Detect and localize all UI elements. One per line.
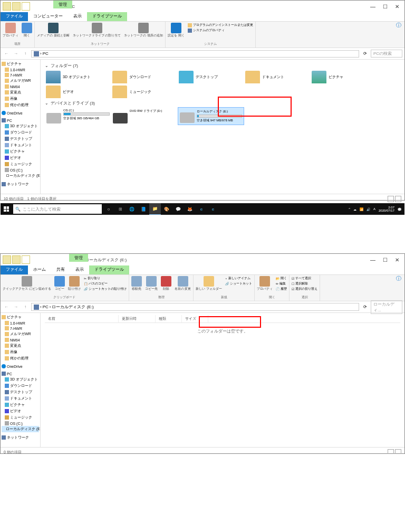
sysprops-link[interactable]: システムのプロパティ	[188, 28, 253, 33]
newitem-button[interactable]: ⋆ 新しいアイテム	[225, 276, 252, 281]
moveto-button[interactable]: 移動先	[131, 276, 142, 290]
edge-icon[interactable]: e	[207, 203, 219, 215]
nav-videos[interactable]: ビデオ	[2, 155, 39, 161]
nav-music[interactable]: ミュージック	[2, 161, 39, 167]
folder-documents[interactable]: ドキュメント	[244, 70, 311, 84]
group-header-folders[interactable]: フォルダー (7)	[45, 63, 400, 69]
maximize-button[interactable]: ☐	[383, 4, 388, 10]
tab-view[interactable]: 表示	[68, 12, 87, 21]
help-icon[interactable]: ⓘ	[396, 22, 401, 29]
nav-item[interactable]: 1.0-HWR	[2, 67, 39, 72]
uninstall-link[interactable]: プログラムのアンインストールまたは変更	[188, 23, 253, 27]
app-icon[interactable]: 📘	[138, 203, 149, 215]
drive-c[interactable]: OS (C:)空き領域 395 GB/464 GB	[45, 107, 111, 125]
cortana-icon[interactable]: ○	[103, 203, 114, 215]
taskbar-search-input[interactable]: 🔍 ここに入力して検索	[13, 204, 102, 214]
ime-icon[interactable]: A	[373, 207, 375, 211]
selectall-button[interactable]: すべて選択	[292, 276, 317, 281]
qat-overflow-icon[interactable]	[22, 2, 30, 11]
tab-home[interactable]: ホーム	[28, 265, 51, 274]
group-header-drives[interactable]: デバイスとドライブ (3)	[45, 100, 400, 106]
address-bar[interactable]: › PC	[31, 50, 359, 58]
close-button[interactable]: ✕	[395, 257, 399, 263]
copypath-button[interactable]: 📋 パスのコピー	[84, 281, 127, 286]
qat-icon[interactable]	[3, 255, 11, 264]
cut-button[interactable]: ✂ 切り取り	[84, 276, 127, 281]
maximize-button[interactable]: ☐	[383, 257, 388, 263]
address-bar[interactable]: › PC › ローカルディスク (E:)	[31, 303, 359, 311]
breadcrumb[interactable]: PC	[43, 51, 49, 56]
open-settings-button[interactable]: 設定を 開く	[168, 23, 185, 37]
breadcrumb[interactable]: PC	[43, 305, 49, 309]
nav-quickaccess[interactable]: ピクチャ	[2, 61, 39, 67]
view-details-icon[interactable]	[388, 196, 394, 202]
view-details-icon[interactable]	[388, 449, 394, 454]
tab-drive-tools[interactable]: ドライブツール	[87, 12, 127, 21]
nav-documents[interactable]: ドキュメント	[2, 395, 39, 402]
refresh-button[interactable]: ⟳	[361, 51, 369, 56]
add-netloc-button[interactable]: ネットワークの 場所の追加	[124, 23, 163, 37]
network-tray-icon[interactable]: 📶	[360, 207, 363, 211]
properties-button[interactable]: プロパティ	[257, 276, 273, 290]
close-button[interactable]: ✕	[395, 4, 399, 10]
minimize-button[interactable]: —	[370, 257, 375, 263]
nav-item[interactable]: 何かの処理	[2, 355, 39, 362]
tab-file[interactable]: ファイル	[1, 265, 28, 274]
search-input[interactable]: PCの検索	[371, 50, 402, 58]
edit-button[interactable]: ✏ 編集	[276, 281, 287, 286]
clock[interactable]: 2:072020/07/17	[379, 206, 394, 212]
folder-desktop[interactable]: デスクトップ	[178, 70, 244, 84]
view-large-icon[interactable]	[395, 449, 401, 454]
media-button[interactable]: メディアの 接続と切断	[37, 23, 70, 37]
open-button[interactable]: 📂 開く	[276, 276, 287, 281]
tab-computer[interactable]: コンピューター	[28, 12, 68, 21]
open-button[interactable]: 開く	[22, 23, 32, 37]
nav-drive-c[interactable]: OS (C:)	[2, 421, 39, 426]
nav-quickaccess[interactable]: ピクチャ	[2, 314, 39, 320]
nav-pc[interactable]: PC	[2, 118, 39, 123]
nav-pc[interactable]: PC	[2, 371, 39, 376]
nav-network[interactable]: ネットワーク	[2, 181, 39, 187]
nav-music[interactable]: ミュージック	[2, 414, 39, 421]
tab-share[interactable]: 共有	[51, 265, 70, 274]
nav-pictures[interactable]: ピクチャ	[2, 148, 39, 155]
firefox-icon[interactable]: 🦊	[184, 203, 196, 215]
notification-icon[interactable]: 💬	[398, 207, 401, 211]
breadcrumb[interactable]: ローカルディスク (E:)	[52, 304, 93, 310]
nav-downloads[interactable]: ダウンロード	[2, 383, 39, 389]
invertselect-button[interactable]: 選択の切り替え	[292, 287, 317, 291]
copy-button[interactable]: コピー	[54, 276, 65, 290]
app-icon[interactable]: 🎨	[161, 203, 172, 215]
system-tray[interactable]: ^ ☁ 📶 🔊 A 2:072020/07/17 💬	[345, 206, 404, 212]
nav-onedrive[interactable]: OneDrive	[2, 110, 39, 116]
nav-item[interactable]: 変更点	[2, 89, 39, 96]
nav-item[interactable]: メルマガWR	[2, 78, 39, 84]
nav-item[interactable]: 画像	[2, 349, 39, 355]
folder-downloads[interactable]: ダウンロード	[111, 70, 178, 84]
rename-button[interactable]: 名前の 変更	[175, 276, 191, 290]
copyto-button[interactable]: コピー先	[145, 276, 158, 290]
help-icon[interactable]: ⓘ	[396, 275, 401, 282]
up-button[interactable]: ↑	[22, 50, 29, 58]
folder-music[interactable]: ミュージック	[111, 84, 178, 99]
properties-button[interactable]: プロパティ	[3, 23, 18, 37]
back-button[interactable]: ←	[3, 303, 10, 311]
nav-drive-e[interactable]: ローカルディスク (E:)	[2, 426, 39, 432]
pin-quickaccess-button[interactable]: クイックアクセス にピン留めする	[3, 276, 51, 290]
back-button[interactable]: ←	[3, 50, 10, 58]
col-type[interactable]: 種類	[156, 315, 182, 322]
folder-pictures[interactable]: ピクチャ	[311, 70, 377, 84]
selectnone-button[interactable]: 選択解除	[292, 281, 317, 286]
explorer-icon[interactable]: 📁	[149, 203, 161, 215]
qat-icon[interactable]	[3, 2, 11, 11]
nav-desktop[interactable]: デスクトップ	[2, 389, 39, 395]
nav-desktop[interactable]: デスクトップ	[2, 136, 39, 142]
nav-item[interactable]: 画像	[2, 96, 39, 102]
pasteshortcut-button[interactable]: 🔗 ショートカットの貼り付け	[84, 287, 127, 291]
history-button[interactable]: 🕘 履歴	[276, 287, 287, 291]
tab-drive-tools[interactable]: ドライブツール	[89, 265, 129, 274]
paste-button[interactable]: 貼り付け	[68, 276, 81, 290]
map-netdrive-button[interactable]: ネットワークドライブ の割り当て	[73, 23, 121, 37]
search-input[interactable]: ローカルディ...	[371, 300, 402, 314]
onedrive-tray-icon[interactable]: ☁	[353, 207, 356, 211]
